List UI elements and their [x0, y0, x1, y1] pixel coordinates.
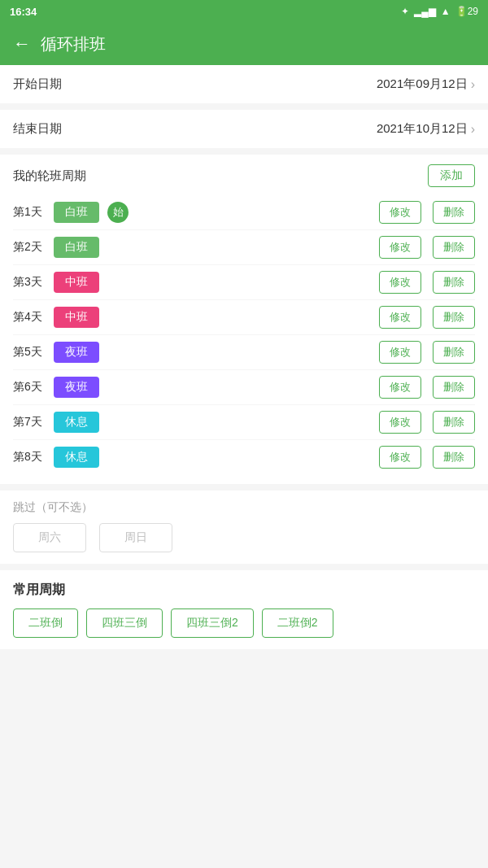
shift-row: 第7天休息修改删除: [13, 405, 475, 440]
battery-icon: 🔋29: [455, 6, 478, 17]
edit-shift-button[interactable]: 修改: [379, 271, 421, 294]
status-icons: ✦ ▂▄▆ ▲ 🔋29: [401, 6, 478, 17]
common-cycles-section: 常用周期 二班倒四班三倒四班三倒2二班倒2: [0, 570, 488, 649]
delete-shift-button[interactable]: 删除: [433, 236, 475, 259]
cycle-title: 我的轮班周期: [13, 168, 86, 184]
shift-tag: 白班: [54, 237, 99, 258]
delete-shift-button[interactable]: 删除: [433, 341, 475, 364]
cycle-header: 我的轮班周期 添加: [13, 164, 475, 187]
common-cycle-button[interactable]: 四班三倒: [86, 608, 163, 638]
skip-sunday-button[interactable]: 周日: [99, 523, 172, 552]
end-date-section: 结束日期 2021年10月12日 ›: [0, 110, 488, 148]
edit-shift-button[interactable]: 修改: [379, 306, 421, 329]
app-header: ← 循环排班: [0, 23, 488, 65]
skip-section: 跳过（可不选） 周六 周日: [0, 491, 488, 564]
day-label: 第3天: [13, 275, 46, 290]
shift-tag: 夜班: [54, 342, 99, 363]
day-label: 第5天: [13, 345, 46, 360]
shift-row: 第6天夜班修改删除: [13, 370, 475, 405]
wifi-icon: ▲: [441, 6, 451, 17]
delete-shift-button[interactable]: 删除: [433, 376, 475, 399]
day-label: 第2天: [13, 240, 46, 255]
status-bar: 16:34 ✦ ▂▄▆ ▲ 🔋29: [0, 0, 488, 23]
add-cycle-button[interactable]: 添加: [428, 164, 475, 187]
shift-tag: 中班: [54, 307, 99, 328]
day-label: 第8天: [13, 450, 46, 465]
end-date-label: 结束日期: [13, 121, 62, 137]
cycle-section: 我的轮班周期 添加 第1天白班始修改删除第2天白班修改删除第3天中班修改删除第4…: [0, 155, 488, 484]
edit-shift-button[interactable]: 修改: [379, 236, 421, 259]
edit-shift-button[interactable]: 修改: [379, 341, 421, 364]
shift-tag: 夜班: [54, 377, 99, 398]
shift-row: 第3天中班修改删除: [13, 265, 475, 300]
edit-shift-button[interactable]: 修改: [379, 201, 421, 224]
end-date-row[interactable]: 结束日期 2021年10月12日 ›: [0, 110, 488, 148]
delete-shift-button[interactable]: 删除: [433, 201, 475, 224]
start-date-row[interactable]: 开始日期 2021年09月12日 ›: [0, 65, 488, 103]
skip-title: 跳过（可不选）: [13, 500, 475, 515]
shift-tag: 白班: [54, 202, 99, 223]
edit-shift-button[interactable]: 修改: [379, 376, 421, 399]
signal-icon: ▂▄▆: [414, 6, 436, 17]
day-label: 第7天: [13, 415, 46, 430]
delete-shift-button[interactable]: 删除: [433, 446, 475, 469]
skip-buttons: 周六 周日: [13, 523, 475, 552]
common-cycle-button[interactable]: 四班三倒2: [171, 608, 254, 638]
start-date-value: 2021年09月12日 ›: [377, 76, 475, 92]
shift-tag: 中班: [54, 272, 99, 293]
skip-saturday-button[interactable]: 周六: [13, 523, 86, 552]
delete-shift-button[interactable]: 删除: [433, 411, 475, 434]
back-button[interactable]: ←: [13, 33, 31, 55]
bluetooth-icon: ✦: [401, 6, 409, 17]
shift-row: 第5天夜班修改删除: [13, 335, 475, 370]
shift-tag: 休息: [54, 447, 99, 468]
shift-row: 第4天中班修改删除: [13, 300, 475, 335]
end-date-chevron: ›: [471, 122, 475, 137]
page-title: 循环排班: [41, 33, 106, 55]
shift-row: 第8天休息修改删除: [13, 440, 475, 474]
edit-shift-button[interactable]: 修改: [379, 446, 421, 469]
common-cycles-title: 常用周期: [13, 582, 475, 599]
common-cycles-buttons: 二班倒四班三倒四班三倒2二班倒2: [13, 608, 475, 638]
status-time: 16:34: [10, 6, 37, 18]
day-label: 第6天: [13, 380, 46, 395]
shift-rows-container: 第1天白班始修改删除第2天白班修改删除第3天中班修改删除第4天中班修改删除第5天…: [13, 195, 475, 474]
day-label: 第1天: [13, 205, 46, 220]
start-date-section: 开始日期 2021年09月12日 ›: [0, 65, 488, 103]
shift-tag: 休息: [54, 412, 99, 433]
common-cycle-button[interactable]: 二班倒: [13, 608, 78, 638]
start-date-label: 开始日期: [13, 76, 62, 92]
common-cycle-button[interactable]: 二班倒2: [262, 608, 333, 638]
start-badge: 始: [107, 202, 129, 223]
end-date-value: 2021年10月12日 ›: [377, 121, 475, 137]
shift-row: 第2天白班修改删除: [13, 230, 475, 265]
delete-shift-button[interactable]: 删除: [433, 271, 475, 294]
shift-row: 第1天白班始修改删除: [13, 195, 475, 230]
delete-shift-button[interactable]: 删除: [433, 306, 475, 329]
start-date-chevron: ›: [471, 77, 475, 92]
edit-shift-button[interactable]: 修改: [379, 411, 421, 434]
day-label: 第4天: [13, 310, 46, 325]
